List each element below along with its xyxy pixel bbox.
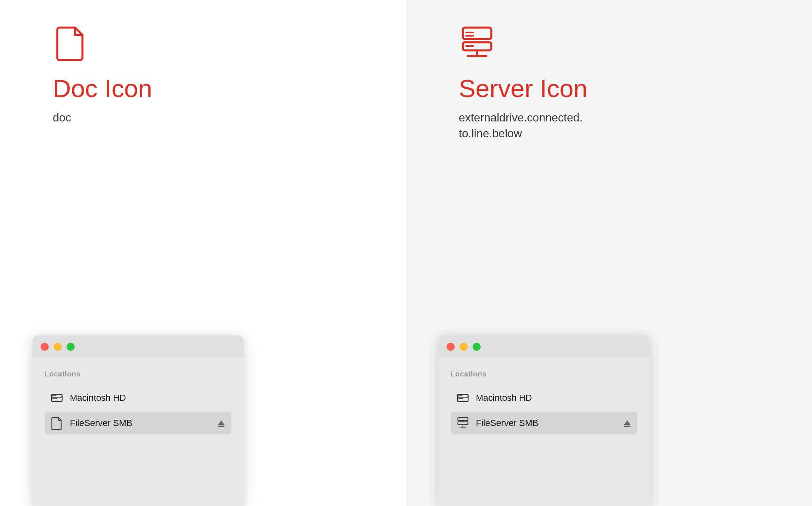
left-subtitle: doc — [53, 110, 406, 125]
left-window-body: Locations Macintosh HD FileServer — [32, 358, 244, 445]
svg-rect-19 — [458, 417, 468, 421]
left-traffic-green[interactable] — [67, 343, 75, 351]
left-locations-label: Locations — [45, 370, 231, 378]
left-panel: Doc Icon doc Locations Macintosh HD — [0, 0, 406, 506]
right-eject-icon[interactable] — [623, 419, 632, 428]
server-icon-area — [459, 24, 812, 63]
left-macintosh-hd-item[interactable]: Macintosh HD — [45, 387, 231, 409]
right-panel: Server Icon externaldrive.connected.to.l… — [406, 0, 812, 506]
left-eject-icon[interactable] — [217, 419, 226, 428]
left-hdd-icon — [50, 391, 63, 404]
left-titlebar — [32, 335, 244, 358]
server-icon — [459, 24, 495, 61]
doc-icon-area — [53, 24, 406, 63]
svg-rect-20 — [458, 422, 468, 424]
right-macintosh-hd-label: Macintosh HD — [476, 393, 632, 403]
left-fileserver-item[interactable]: FileServer SMB — [45, 412, 231, 435]
right-fileserver-server-icon — [456, 417, 469, 430]
right-traffic-red[interactable] — [447, 343, 455, 351]
right-macintosh-hd-item[interactable]: Macintosh HD — [451, 387, 637, 409]
right-mac-window: Locations Macintosh HD — [438, 335, 650, 506]
svg-marker-5 — [218, 420, 225, 425]
left-fileserver-label: FileServer SMB — [70, 418, 210, 428]
left-fileserver-doc-icon — [50, 417, 63, 430]
left-macintosh-hd-label: Macintosh HD — [70, 393, 226, 403]
right-traffic-green[interactable] — [473, 343, 481, 351]
left-traffic-red[interactable] — [41, 343, 49, 351]
left-traffic-yellow[interactable] — [54, 343, 62, 351]
svg-rect-6 — [218, 426, 225, 427]
right-traffic-yellow[interactable] — [460, 343, 468, 351]
right-locations-label: Locations — [451, 370, 637, 378]
right-window-body: Locations Macintosh HD — [438, 358, 650, 445]
left-mac-window: Locations Macintosh HD FileServer — [32, 335, 244, 506]
right-subtitle: externaldrive.connected.to.line.below — [459, 110, 812, 141]
right-hdd-icon — [456, 391, 469, 404]
right-title: Server Icon — [459, 75, 812, 102]
left-title: Doc Icon — [53, 75, 406, 102]
right-titlebar — [438, 335, 650, 358]
right-fileserver-label: FileServer SMB — [476, 418, 616, 428]
right-fileserver-item[interactable]: FileServer SMB — [451, 412, 637, 435]
svg-rect-24 — [624, 426, 631, 427]
svg-marker-23 — [624, 420, 631, 425]
doc-icon — [53, 24, 89, 61]
